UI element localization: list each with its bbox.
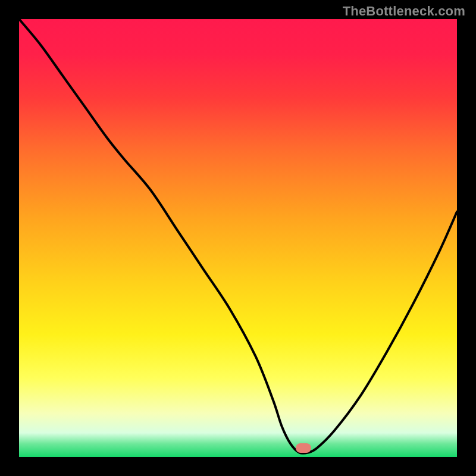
chart-frame: TheBottleneck.com xyxy=(0,0,476,476)
optimal-marker xyxy=(296,443,311,453)
watermark-text: TheBottleneck.com xyxy=(343,4,465,19)
plot-area xyxy=(19,19,457,457)
bottleneck-curve xyxy=(19,19,457,457)
